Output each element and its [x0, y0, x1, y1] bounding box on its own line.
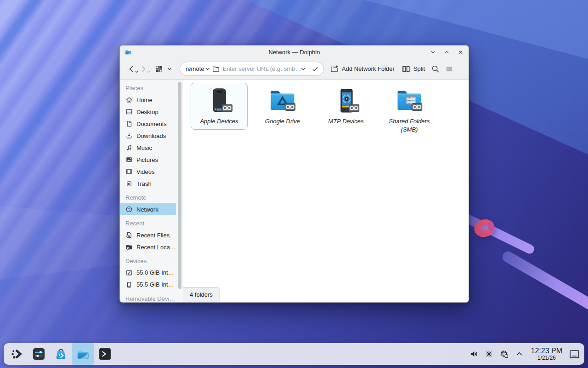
home-icon — [125, 96, 133, 104]
hard-drive-icon — [125, 281, 133, 288]
window-title: Network — Dolphin — [120, 49, 469, 56]
location-bar[interactable]: remote Enter server URL (e.g. smb… — [180, 62, 324, 76]
digital-clock[interactable]: 12:23 PM 1/21/26 — [529, 347, 564, 361]
sidebar-item-downloads[interactable]: Downloads — [120, 130, 176, 142]
sidebar-item-home[interactable]: Home — [120, 94, 176, 106]
download-icon — [125, 132, 133, 139]
smartphone-apple-link-icon — [204, 86, 234, 115]
sidebar-item-network[interactable]: Network — [120, 203, 176, 215]
desktop-icon — [125, 108, 133, 115]
folder-icon — [212, 65, 220, 73]
add-network-folder-button[interactable]: Add Network Folder — [330, 65, 395, 73]
view-mode-chevron-icon[interactable] — [167, 66, 172, 72]
dolphin-icon — [76, 347, 90, 361]
breadcrumb-remote[interactable]: remote — [186, 65, 204, 72]
file-clock-icon — [125, 231, 133, 239]
hamburger-menu-icon — [445, 65, 453, 73]
dolphin-window: Network — Dolphin remote — [119, 45, 469, 303]
split-label: Split — [413, 65, 425, 72]
task-konsole[interactable] — [94, 343, 116, 365]
sidebar-item-music[interactable]: Music — [120, 142, 176, 154]
search-icon — [431, 65, 440, 73]
places-panel: Places Home Desktop Documents Downloads … — [120, 80, 183, 302]
search-button[interactable] — [431, 65, 440, 73]
chevron-up-icon — [515, 350, 524, 358]
sidebar-item-device-1[interactable]: 55.0 GiB Int… — [120, 267, 176, 279]
system-tray — [468, 347, 526, 361]
network-globe-icon — [125, 206, 133, 213]
picture-icon — [125, 156, 133, 163]
hamburger-menu-button[interactable] — [445, 65, 453, 73]
sidebar-item-pictures[interactable]: Pictures — [120, 154, 176, 166]
places-section-header: Places — [120, 82, 176, 94]
taskbar-panel: 12:23 PM 1/21/26 — [4, 343, 584, 365]
devices-section-header: Devices — [120, 255, 176, 267]
sidebar-item-recent-files[interactable]: Recent Files — [120, 229, 176, 241]
server-url-input[interactable]: Enter server URL (e.g. smb… — [222, 65, 300, 72]
brightness-icon — [485, 350, 493, 358]
application-launcher-button[interactable] — [6, 343, 28, 365]
show-desktop-icon — [570, 350, 579, 358]
document-icon — [125, 120, 133, 127]
network-globe-icon — [500, 350, 509, 358]
add-network-folder-icon — [330, 65, 339, 73]
volume-icon — [469, 350, 478, 358]
task-system-settings[interactable] — [28, 343, 50, 365]
film-icon — [125, 168, 133, 175]
clock-time: 12:23 PM — [531, 347, 562, 355]
system-settings-icon — [32, 347, 46, 361]
trash-icon — [125, 180, 133, 187]
window-header: Network — Dolphin remote — [120, 46, 469, 80]
folder-view[interactable]: Apple Devices Google Drive MTP Devices S… — [183, 80, 469, 302]
volume-button[interactable] — [468, 347, 480, 361]
split-view-icon — [402, 65, 410, 73]
back-button[interactable] — [127, 65, 136, 73]
view-mode-button[interactable] — [155, 65, 163, 73]
folder-item-mtp-devices[interactable]: MTP Devices — [317, 83, 374, 130]
back-history-chevron-icon — [135, 70, 139, 74]
folder-gdrive-link-icon — [268, 86, 297, 115]
folder-clock-icon — [125, 243, 133, 251]
music-note-icon — [125, 144, 133, 151]
minimize-button[interactable] — [429, 48, 436, 56]
accept-url-icon[interactable] — [311, 65, 319, 73]
application-launcher-icon — [10, 347, 24, 361]
forward-button[interactable] — [139, 65, 147, 73]
view-grid-icon — [155, 65, 163, 73]
hard-drive-icon — [125, 269, 133, 276]
forward-history-chevron-icon — [147, 70, 151, 74]
sidebar-item-videos[interactable]: Videos — [120, 166, 176, 178]
remote-section-header: Remote — [120, 191, 176, 203]
sidebar-item-device-2[interactable]: 55.5 GiB Int… — [120, 279, 176, 291]
folder-item-shared-folders-smb[interactable]: Shared Folders (SMB) — [381, 83, 438, 138]
sidebar-item-recent-locations[interactable]: Recent Loca… — [120, 241, 176, 253]
task-dolphin-active[interactable] — [72, 343, 94, 365]
removable-devices-section-header: Removable Devi… — [120, 293, 176, 302]
folder-item-google-drive[interactable]: Google Drive — [254, 83, 311, 130]
breadcrumb-chevron-icon[interactable] — [205, 66, 210, 72]
status-bar: 4 folders — [183, 287, 220, 302]
maximize-button[interactable] — [443, 48, 450, 56]
sidebar-item-documents[interactable]: Documents — [120, 118, 176, 130]
konsole-icon — [98, 347, 112, 361]
main-toolbar: remote Enter server URL (e.g. smb… Add N… — [120, 58, 469, 79]
expand-tray-button[interactable] — [514, 347, 526, 361]
sidebar-item-trash[interactable]: Trash — [120, 178, 176, 190]
sidebar-scrollbar[interactable] — [178, 82, 181, 289]
add-network-folder-label: Add Network Folder — [342, 65, 395, 72]
discover-icon — [54, 347, 68, 361]
folder-item-apple-devices[interactable]: Apple Devices — [191, 83, 248, 130]
show-desktop-button[interactable] — [568, 347, 581, 361]
clock-date: 1/21/26 — [531, 355, 562, 361]
network-tray-button[interactable] — [498, 347, 510, 361]
split-button[interactable]: Split — [402, 65, 425, 73]
recent-section-header: Recent — [120, 217, 176, 229]
task-discover[interactable] — [50, 343, 72, 365]
url-dropdown-chevron-icon[interactable] — [300, 66, 306, 72]
close-button[interactable] — [457, 48, 464, 56]
sidebar-item-desktop[interactable]: Desktop — [120, 106, 176, 118]
folder-server-link-icon — [395, 86, 424, 115]
titlebar[interactable]: Network — Dolphin — [120, 46, 469, 58]
brightness-button[interactable] — [483, 347, 495, 361]
smartphone-mtp-link-icon — [331, 86, 361, 115]
